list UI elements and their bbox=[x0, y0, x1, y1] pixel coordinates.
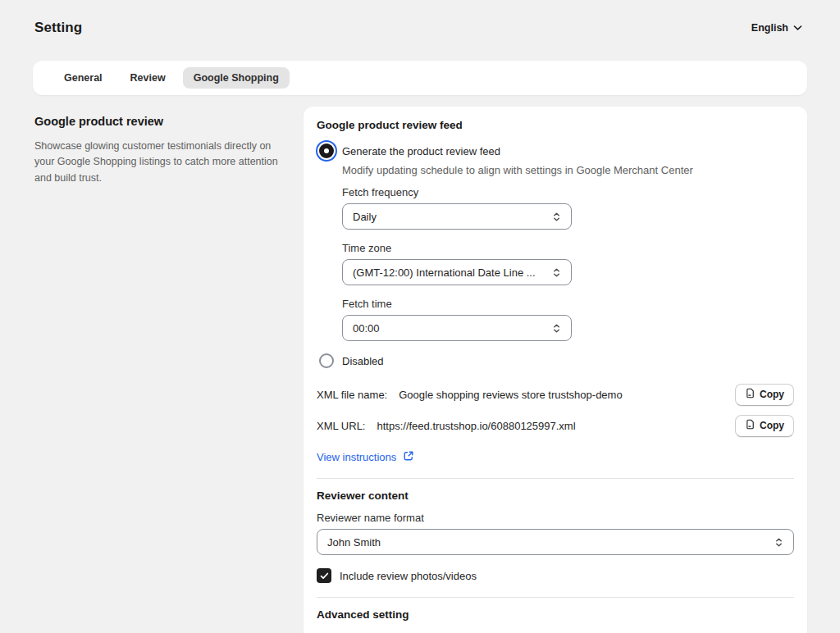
include-media-row[interactable]: Include review photos/videos bbox=[317, 568, 794, 583]
updown-caret-icon bbox=[546, 267, 561, 278]
fetch-time-value: 00:00 bbox=[353, 322, 380, 335]
section-intro-panel: Google product review Showcase glowing c… bbox=[33, 107, 289, 186]
tab-review[interactable]: Review bbox=[120, 67, 176, 89]
fetch-time-label: Fetch time bbox=[342, 298, 572, 310]
time-zone-select[interactable]: (GMT-12:00) International Date Line ... bbox=[342, 259, 572, 285]
view-instructions-link[interactable]: View instructions bbox=[317, 450, 414, 464]
xml-file-name-label: XML file name: bbox=[317, 389, 387, 401]
settings-tab-bar: General Review Google Shopping bbox=[33, 61, 807, 95]
copy-url-button[interactable]: Copy bbox=[735, 415, 794, 437]
reviewer-name-format-label: Reviewer name format bbox=[317, 512, 794, 524]
settings-content: Google product review Showcase glowing c… bbox=[33, 107, 807, 633]
fetch-frequency-value: Daily bbox=[353, 211, 377, 223]
page-header: Setting English bbox=[0, 0, 840, 36]
fetch-frequency-label: Fetch frequency bbox=[342, 186, 572, 198]
copy-button-label: Copy bbox=[760, 389, 784, 400]
page-title: Setting bbox=[34, 20, 82, 36]
reviewer-name-format-select[interactable]: John Smith bbox=[317, 529, 794, 555]
xml-file-name-value: Google shopping reviews store trustshop-… bbox=[399, 389, 622, 401]
copy-button-label: Copy bbox=[760, 420, 784, 431]
tab-general[interactable]: General bbox=[53, 67, 113, 89]
feed-schedule-fields: Fetch frequency Daily Time zone (GMT-12:… bbox=[342, 186, 572, 341]
radio-generate-feed[interactable]: Generate the product review feed bbox=[317, 143, 794, 158]
section-intro-description: Showcase glowing customer testimonials d… bbox=[34, 139, 285, 186]
reviewer-section-title: Reviewer content bbox=[317, 490, 794, 502]
xml-url-value: https://feed.trustshop.io/60880125997.xm… bbox=[377, 420, 575, 432]
settings-page: Setting English General Review Google Sh… bbox=[0, 0, 840, 633]
fetch-time-select[interactable]: 00:00 bbox=[342, 315, 572, 341]
chevron-down-icon bbox=[793, 25, 802, 31]
radio-generate-feed-label: Generate the product review feed bbox=[342, 145, 500, 157]
xml-url-row: XML URL: https://feed.trustshop.io/60880… bbox=[317, 415, 794, 437]
radio-disabled-label: Disabled bbox=[342, 355, 384, 367]
reviewer-name-format-value: John Smith bbox=[327, 536, 381, 549]
language-selector-label: English bbox=[751, 22, 788, 34]
generate-feed-helper-text: Modify updating schedule to align with s… bbox=[342, 164, 794, 176]
time-zone-label: Time zone bbox=[342, 242, 572, 254]
advanced-section-title: Advanced setting bbox=[317, 608, 794, 621]
tab-google-shopping[interactable]: Google Shopping bbox=[183, 67, 290, 89]
radio-selected-icon[interactable] bbox=[319, 143, 334, 158]
xml-file-name-row: XML file name: Google shopping reviews s… bbox=[317, 384, 794, 406]
section-divider bbox=[317, 478, 794, 479]
external-link-icon bbox=[403, 450, 414, 464]
section-intro-title: Google product review bbox=[34, 115, 285, 128]
updown-caret-icon bbox=[546, 323, 561, 334]
copy-icon bbox=[745, 388, 756, 401]
radio-unselected-icon[interactable] bbox=[319, 353, 334, 368]
include-media-label: Include review photos/videos bbox=[340, 570, 477, 582]
xml-url-label: XML URL: bbox=[317, 420, 365, 432]
copy-file-name-button[interactable]: Copy bbox=[735, 384, 794, 406]
feed-section-title: Google product review feed bbox=[317, 119, 794, 131]
language-selector[interactable]: English bbox=[751, 22, 802, 34]
view-instructions-row: View instructions bbox=[317, 449, 794, 464]
time-zone-value: (GMT-12:00) International Date Line ... bbox=[353, 266, 536, 279]
updown-caret-icon bbox=[546, 212, 561, 222]
updown-caret-icon bbox=[768, 537, 783, 548]
section-divider bbox=[317, 597, 794, 598]
fetch-frequency-select[interactable]: Daily bbox=[342, 203, 572, 230]
copy-icon bbox=[745, 419, 756, 432]
view-instructions-label: View instructions bbox=[317, 451, 396, 463]
checkbox-checked-icon[interactable] bbox=[317, 568, 331, 583]
google-shopping-settings-card: Google product review feed Generate the … bbox=[304, 107, 807, 633]
radio-disabled[interactable]: Disabled bbox=[317, 353, 794, 368]
